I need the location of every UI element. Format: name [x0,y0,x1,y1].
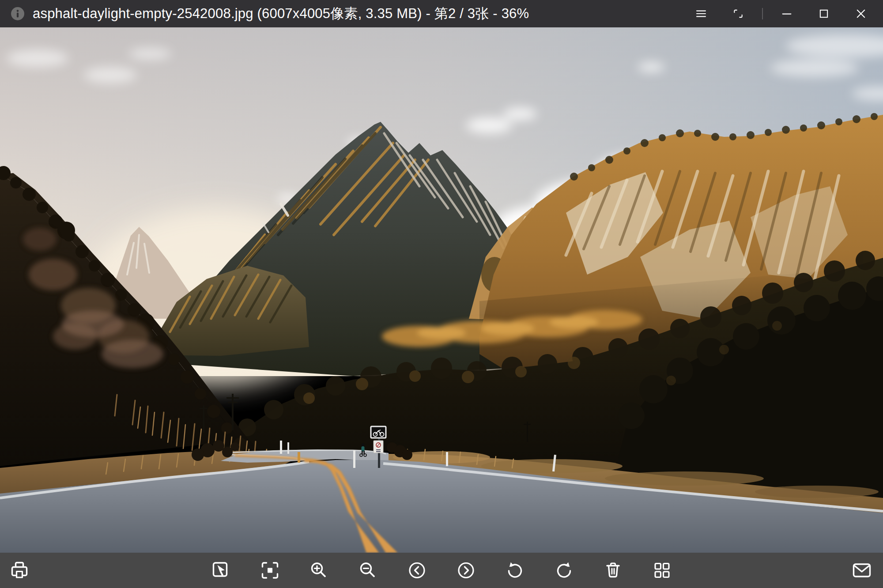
previous-icon[interactable] [407,560,428,581]
titlebar-separator [762,8,763,19]
select-icon[interactable] [211,560,232,581]
info-icon[interactable] [11,7,25,21]
mail-icon[interactable] [851,560,872,581]
photo-canvas [0,27,883,553]
rotate-left-icon[interactable] [505,560,526,581]
window-title: asphalt-daylight-empty-2542008.jpg (6007… [33,4,529,23]
titlebar[interactable]: asphalt-daylight-empty-2542008.jpg (6007… [0,0,883,27]
menu-icon[interactable] [691,4,711,24]
toolbar [0,553,883,588]
toolbar-center-group [211,560,673,581]
rotate-right-icon[interactable] [554,560,575,581]
grid-view-icon[interactable] [652,560,673,581]
marker-post [280,441,282,454]
zoom-out-icon[interactable] [358,560,379,581]
window-controls [683,0,879,27]
delete-icon[interactable] [603,560,624,581]
photo-viewport[interactable] [0,27,883,553]
zoom-in-icon[interactable] [309,560,330,581]
maximize-icon[interactable] [814,4,834,24]
yellow-post [298,452,300,463]
print-icon[interactable] [9,560,30,581]
close-icon[interactable] [851,4,871,24]
fullscreen-icon[interactable] [728,4,748,24]
utility-pole [232,394,234,430]
minimize-icon[interactable] [777,4,797,24]
fit-screen-icon[interactable] [260,560,281,581]
next-icon[interactable] [456,560,477,581]
